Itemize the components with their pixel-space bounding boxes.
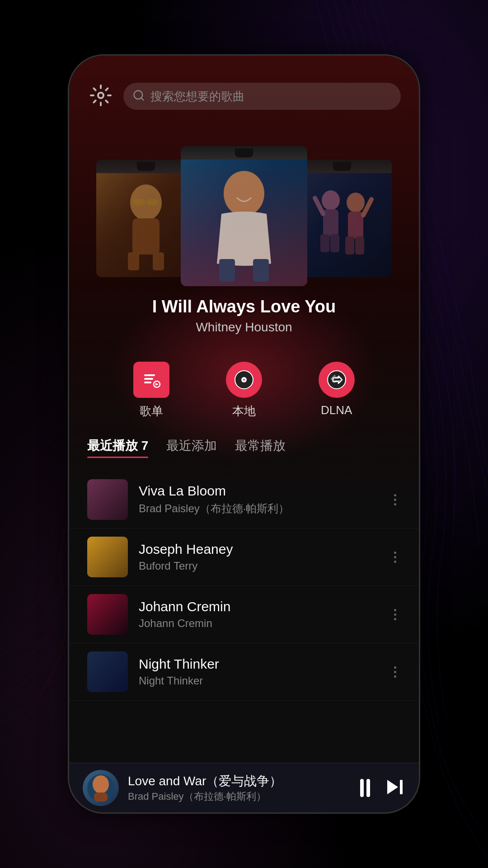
library-tabs: 最近播放 7 最近添加 最常播放 <box>69 428 419 458</box>
track-thumbnail <box>87 479 128 520</box>
next-button[interactable] <box>384 776 405 800</box>
album-card-right[interactable] <box>292 160 392 277</box>
playlist-icon-bg <box>133 362 169 398</box>
track-info: Night Thinker Night Thinker <box>139 656 379 687</box>
album-carousel <box>69 123 419 286</box>
skip-forward-icon <box>384 776 405 800</box>
now-playing-artist: Brad Paisley（布拉德·帕斯利） <box>128 790 351 803</box>
svg-point-29 <box>328 371 346 389</box>
svg-point-12 <box>322 190 340 210</box>
now-playing-title: Love and War（爱与战争） <box>128 773 351 790</box>
nav-local-label: 本地 <box>232 403 256 419</box>
search-bar[interactable]: 搜索您想要的歌曲 <box>123 83 401 110</box>
gear-icon <box>90 85 112 108</box>
track-title: Night Thinker <box>139 656 379 672</box>
nav-playlist[interactable]: 歌单 <box>133 362 169 419</box>
tab-most-played[interactable]: 最常播放 <box>235 437 286 458</box>
now-playing-art <box>87 774 114 802</box>
now-playing-info: Love and War（爱与战争） Brad Paisley（布拉德·帕斯利） <box>128 773 351 803</box>
svg-rect-11 <box>253 259 269 282</box>
now-playing-thumbnail <box>83 770 119 806</box>
svg-rect-13 <box>323 209 338 236</box>
track-item[interactable]: Night Thinker Night Thinker <box>69 643 419 701</box>
track-item[interactable]: Johann Cremin Johann Cremin <box>69 586 419 643</box>
search-icon <box>132 89 145 104</box>
dlna-icon-bg <box>319 362 355 398</box>
track-more-button[interactable] <box>389 662 401 682</box>
svg-point-9 <box>224 171 264 216</box>
phone-screen: 搜索您想要的歌曲 <box>69 56 419 812</box>
svg-rect-18 <box>348 212 363 239</box>
track-more-button[interactable] <box>389 490 401 510</box>
svg-point-28 <box>243 379 245 381</box>
svg-rect-5 <box>153 252 164 270</box>
local-icon-bg <box>226 362 262 398</box>
track-item[interactable]: Viva La Bloom Brad Paisley（布拉德·帕斯利） <box>69 471 419 528</box>
tab-newest[interactable]: 最近添加 <box>166 437 217 458</box>
svg-point-0 <box>98 93 103 98</box>
track-more-button[interactable] <box>389 547 401 567</box>
nav-categories: 歌单 本地 <box>69 344 419 428</box>
playback-controls <box>360 776 405 800</box>
svg-rect-20 <box>355 236 364 255</box>
nav-playlist-label: 歌单 <box>140 403 163 419</box>
track-thumbnail <box>87 651 128 692</box>
pause-icon <box>360 779 370 797</box>
dlna-icon <box>326 369 347 391</box>
track-artist: Johann Cremin <box>139 617 379 630</box>
pause-button[interactable] <box>360 779 370 797</box>
album-card-center[interactable] <box>181 146 307 286</box>
nav-dlna-label: DLNA <box>321 403 352 417</box>
svg-rect-15 <box>330 234 339 252</box>
track-artist: Brad Paisley（布拉德·帕斯利） <box>139 501 379 516</box>
app-header: 搜索您想要的歌曲 <box>69 56 419 119</box>
track-title: Johann Cremin <box>139 599 379 614</box>
song-info: I Will Always Love You Whitney Houston <box>69 297 419 335</box>
track-thumbnail <box>87 594 128 635</box>
track-artist: Buford Terry <box>139 560 379 572</box>
svg-point-17 <box>347 193 365 212</box>
tab-recent[interactable]: 最近播放 7 <box>87 437 148 458</box>
svg-rect-33 <box>400 780 403 794</box>
track-title: Joseph Heaney <box>139 542 379 557</box>
svg-rect-24 <box>144 382 151 383</box>
featured-song-artist: Whitney Houston <box>87 320 401 335</box>
track-title: Viva La Bloom <box>139 483 379 499</box>
local-icon <box>233 369 255 391</box>
track-thumbnail <box>87 537 128 577</box>
phone-shell: 搜索您想要的歌曲 <box>68 54 420 814</box>
playlist-icon <box>141 370 161 390</box>
svg-rect-14 <box>320 234 329 252</box>
svg-rect-3 <box>132 218 160 255</box>
track-artist: Night Thinker <box>139 675 379 687</box>
featured-song-title: I Will Always Love You <box>87 297 401 316</box>
track-info: Joseph Heaney Buford Terry <box>139 542 379 572</box>
svg-rect-22 <box>144 374 155 376</box>
phone-frame: 搜索您想要的歌曲 <box>68 54 420 814</box>
track-item[interactable]: Joseph Heaney Buford Terry <box>69 528 419 586</box>
svg-rect-6 <box>133 199 145 205</box>
nav-local[interactable]: 本地 <box>226 362 262 419</box>
tab-label: 最近播放 7 <box>87 439 148 453</box>
svg-rect-7 <box>147 199 159 205</box>
svg-rect-32 <box>94 793 108 802</box>
svg-rect-19 <box>345 236 354 255</box>
svg-rect-23 <box>144 378 153 380</box>
now-playing-bar[interactable]: Love and War（爱与战争） Brad Paisley（布拉德·帕斯利） <box>69 763 419 812</box>
nav-dlna[interactable]: DLNA <box>319 362 355 419</box>
track-info: Johann Cremin Johann Cremin <box>139 599 379 630</box>
svg-rect-10 <box>219 259 235 282</box>
track-more-button[interactable] <box>389 604 401 625</box>
track-list: Viva La Bloom Brad Paisley（布拉德·帕斯利） <box>69 471 419 701</box>
track-info: Viva La Bloom Brad Paisley（布拉德·帕斯利） <box>139 483 379 516</box>
svg-rect-4 <box>128 252 139 270</box>
settings-button[interactable] <box>87 83 114 110</box>
svg-point-31 <box>93 775 109 793</box>
search-placeholder-text: 搜索您想要的歌曲 <box>150 89 244 104</box>
